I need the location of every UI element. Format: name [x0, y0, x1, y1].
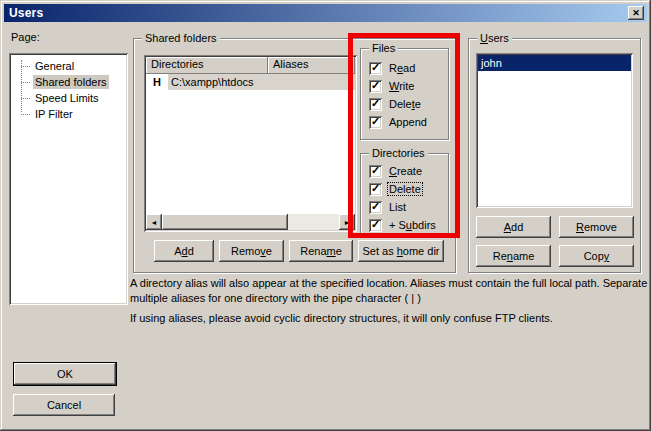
horizontal-scrollbar[interactable]: ◄ ► — [146, 214, 355, 230]
scrollbar-thumb[interactable] — [162, 214, 288, 230]
shared-folders-group-label: Shared folders — [142, 31, 220, 45]
checkmark-icon: ✓ — [371, 218, 380, 231]
checkbox-box[interactable]: ✓ — [369, 219, 382, 232]
sidebar-item-general[interactable]: General — [11, 58, 126, 74]
checkbox-box[interactable]: ✓ — [369, 165, 382, 178]
checkmark-icon: ✓ — [371, 61, 380, 74]
scroll-left-icon: ◄ — [151, 219, 158, 226]
users-dialog: Users ✕ Page: General Shared folders Spe… — [0, 0, 651, 431]
button-label: Cancel — [47, 399, 81, 411]
set-as-home-dir-button[interactable]: Set as home dir — [358, 240, 444, 262]
button-label: Remove — [576, 221, 617, 233]
checkbox-files-write[interactable]: ✓ Write — [369, 77, 448, 95]
button-label: Add — [174, 245, 194, 257]
checkbox-label: Append — [388, 116, 428, 128]
sidebar-item-ip-filter[interactable]: IP Filter — [11, 106, 126, 122]
window-title: Users — [4, 6, 43, 20]
checkmark-icon: ✓ — [371, 97, 380, 110]
checkbox-box[interactable]: ✓ — [369, 116, 382, 129]
checkbox-files-append[interactable]: ✓ Append — [369, 113, 448, 131]
checkbox-box[interactable]: ✓ — [369, 98, 382, 111]
scroll-left-button[interactable]: ◄ — [146, 214, 162, 230]
checkbox-label: Read — [388, 62, 416, 74]
sidebar-item-label: Speed Limits — [33, 91, 101, 105]
ok-button[interactable]: OK — [13, 362, 117, 386]
sidebar-item-label: General — [33, 59, 76, 73]
tree-connector — [21, 82, 30, 83]
checkmark-icon: ✓ — [371, 182, 380, 195]
button-label: Add — [504, 221, 524, 233]
user-remove-button[interactable]: Remove — [559, 216, 634, 238]
checkmark-icon: ✓ — [371, 115, 380, 128]
user-rename-button[interactable]: Rename — [476, 245, 551, 267]
directory-row[interactable]: H C:\xampp\htdocs — [146, 74, 355, 90]
scrollbar-track[interactable] — [288, 214, 339, 230]
checkbox-label: Delete — [388, 183, 422, 195]
checkbox-dirs-list[interactable]: ✓ List — [369, 198, 448, 216]
folder-remove-button[interactable]: Remove — [219, 240, 284, 262]
button-label: Rename — [493, 250, 535, 262]
users-group-label: Users — [477, 31, 512, 45]
checkbox-box[interactable]: ✓ — [369, 201, 382, 214]
directories-group-label: Directories — [369, 146, 428, 160]
checkbox-label: Write — [388, 80, 415, 92]
scroll-right-button[interactable]: ► — [339, 214, 355, 230]
tree-connector — [21, 98, 30, 99]
directories-permissions-group: Directories ✓ Create ✓ Delete ✓ List ✓ +… — [360, 153, 449, 236]
checkbox-dirs-subdirs[interactable]: ✓ + Subdirs — [369, 216, 448, 234]
checkbox-dirs-create[interactable]: ✓ Create — [369, 162, 448, 180]
sidebar-item-label: Shared folders — [33, 75, 109, 89]
user-copy-button[interactable]: Copy — [559, 245, 634, 267]
checkbox-box[interactable]: ✓ — [369, 80, 382, 93]
checkbox-box[interactable]: ✓ — [369, 62, 382, 75]
scroll-right-icon: ► — [344, 219, 351, 226]
alias-help-text: A directory alias will also appear at th… — [130, 276, 651, 306]
close-icon: ✕ — [632, 8, 640, 18]
button-label: Remove — [231, 245, 272, 257]
checkbox-label: Delete — [388, 98, 422, 110]
button-label: Set as home dir — [362, 245, 439, 257]
checkbox-label: Create — [388, 165, 423, 177]
users-group: Users john Add Remove Rename Copy — [468, 38, 641, 273]
users-list[interactable]: john — [476, 53, 633, 208]
cyclic-help-text: If using aliases, please avoid cyclic di… — [130, 311, 651, 326]
user-add-button[interactable]: Add — [476, 216, 551, 238]
sidebar-item-shared-folders[interactable]: Shared folders — [11, 74, 126, 90]
files-permissions-group: Files ✓ Read ✓ Write ✓ Delete ✓ Append — [360, 48, 449, 140]
page-tree: General Shared folders Speed Limits IP F… — [9, 53, 128, 305]
user-list-item[interactable]: john — [478, 55, 631, 71]
folder-rename-button[interactable]: Rename — [289, 240, 353, 262]
directories-list[interactable]: Directories Aliases H C:\xampp\htdocs ◄ … — [144, 55, 357, 232]
page-label: Page: — [11, 31, 40, 43]
column-header-directories[interactable]: Directories — [146, 57, 268, 74]
column-header-aliases[interactable]: Aliases — [268, 57, 355, 74]
checkmark-icon: ✓ — [371, 164, 380, 177]
home-flag: H — [146, 76, 168, 88]
sidebar-item-label: IP Filter — [33, 107, 75, 121]
checkmark-icon: ✓ — [371, 79, 380, 92]
files-group-label: Files — [369, 41, 398, 55]
checkbox-files-delete[interactable]: ✓ Delete — [369, 95, 448, 113]
checkbox-dirs-delete[interactable]: ✓ Delete — [369, 180, 448, 198]
folder-add-button[interactable]: Add — [154, 240, 214, 262]
checkbox-label: List — [388, 201, 407, 213]
button-label: Rename — [300, 245, 342, 257]
close-button[interactable]: ✕ — [628, 6, 644, 20]
checkmark-icon: ✓ — [371, 200, 380, 213]
checkbox-label: + Subdirs — [388, 219, 437, 231]
sidebar-item-speed-limits[interactable]: Speed Limits — [11, 90, 126, 106]
title-bar[interactable]: Users ✕ — [4, 4, 647, 22]
cancel-button[interactable]: Cancel — [13, 394, 115, 416]
directory-path: C:\xampp\htdocs — [168, 74, 355, 90]
button-label: Copy — [584, 250, 610, 262]
checkbox-box[interactable]: ✓ — [369, 183, 382, 196]
shared-folders-group: Shared folders Directories Aliases H C:\… — [133, 38, 456, 273]
tree-connector — [21, 66, 30, 67]
button-label: OK — [57, 368, 73, 380]
checkbox-files-read[interactable]: ✓ Read — [369, 59, 448, 77]
tree-connector — [21, 114, 30, 115]
